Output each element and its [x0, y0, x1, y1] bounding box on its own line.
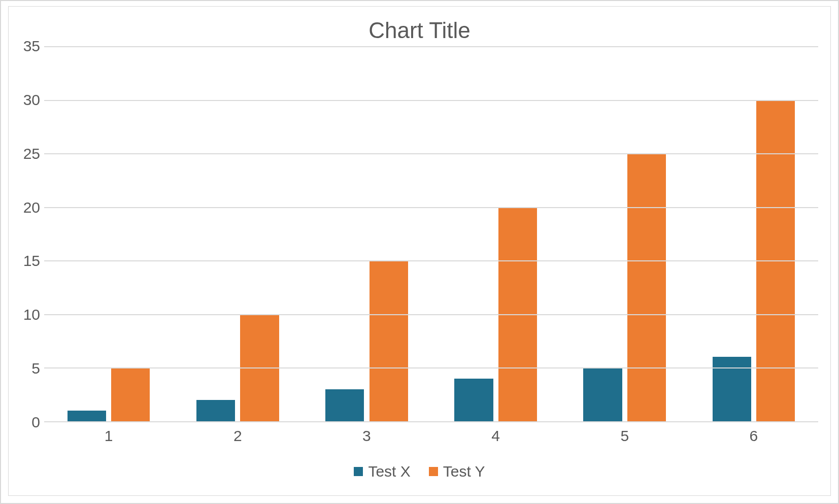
chart-inner: Chart Title 05101520253035 123456 Test X…: [8, 6, 831, 496]
x-tick-label: 2: [173, 427, 302, 445]
legend: Test XTest Y: [9, 445, 830, 495]
bar-test-x: [325, 389, 364, 421]
y-axis: 05101520253035: [14, 46, 44, 422]
x-axis: 123456: [9, 422, 830, 445]
y-tick-label: 5: [31, 360, 40, 377]
bar-test-y: [111, 367, 150, 421]
gridline: [44, 314, 818, 315]
plot-area: [44, 46, 818, 422]
x-tick-label: 4: [431, 427, 560, 445]
plot-row: 05101520253035: [9, 46, 830, 422]
bar-test-x: [68, 411, 106, 421]
y-tick-label: 10: [23, 306, 40, 323]
category-slot: [689, 46, 818, 421]
gridline: [44, 260, 818, 261]
y-tick-label: 15: [23, 252, 40, 270]
y-tick-label: 0: [31, 414, 40, 431]
category-slot: [302, 46, 431, 421]
bars-layer: [44, 46, 818, 421]
gridline: [44, 367, 818, 368]
y-tick-label: 25: [23, 145, 40, 162]
x-tick-label: 3: [302, 427, 431, 445]
gridline: [44, 153, 818, 154]
x-tick-label: 1: [44, 427, 173, 445]
legend-item: Test X: [354, 463, 410, 480]
y-tick-label: 30: [23, 91, 40, 109]
gridline: [44, 207, 818, 208]
legend-label: Test Y: [443, 463, 485, 480]
bar-test-x: [583, 367, 622, 421]
x-tick-label: 6: [689, 427, 818, 445]
bar-test-x: [713, 357, 751, 421]
y-tick-label: 35: [23, 38, 40, 55]
legend-swatch-icon: [429, 467, 438, 476]
legend-item: Test Y: [429, 463, 485, 480]
y-tick-label: 20: [23, 199, 40, 216]
category-slot: [44, 46, 173, 421]
category-slot: [431, 46, 560, 421]
legend-swatch-icon: [354, 467, 363, 476]
chart-title: Chart Title: [9, 7, 830, 46]
gridline: [44, 46, 818, 47]
category-slot: [173, 46, 302, 421]
category-slot: [560, 46, 689, 421]
chart-container: Chart Title 05101520253035 123456 Test X…: [0, 0, 839, 504]
legend-label: Test X: [368, 463, 410, 480]
gridline: [44, 100, 818, 101]
bar-test-x: [454, 379, 493, 421]
x-tick-label: 5: [560, 427, 689, 445]
bar-test-x: [196, 400, 235, 421]
bar-test-y: [370, 260, 408, 421]
bar-test-y: [627, 153, 666, 421]
